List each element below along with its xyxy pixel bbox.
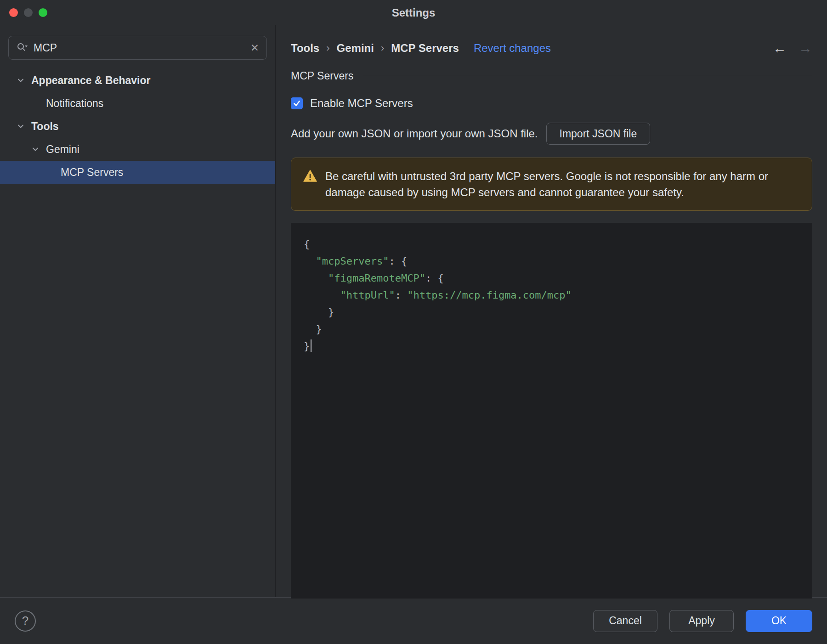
code-line: "httpUrl": "https://mcp.figma.com/mcp" [304, 287, 799, 304]
import-json-row: Add your own JSON or import your own JSO… [291, 123, 812, 145]
window-title: Settings [0, 6, 827, 19]
enable-mcp-servers-checkbox[interactable] [291, 97, 303, 109]
search-input[interactable] [34, 42, 245, 54]
ok-button[interactable]: OK [746, 610, 812, 632]
settings-sidebar: ✕ Appearance & Behavior Notifications To… [0, 25, 276, 597]
section-divider [363, 76, 812, 76]
warning-banner: Be careful with untrusted 3rd party MCP … [291, 158, 812, 211]
code-line: { [304, 236, 799, 253]
forward-icon: → [799, 40, 812, 56]
breadcrumb-item-gemini[interactable]: Gemini [337, 42, 374, 55]
breadcrumb: Tools › Gemini › MCP Servers Revert chan… [291, 40, 812, 56]
import-json-text: Add your own JSON or import your own JSO… [291, 127, 538, 140]
help-button[interactable]: ? [15, 610, 36, 632]
sidebar-item-label: Appearance & Behavior [31, 74, 150, 87]
settings-content: ✕ Appearance & Behavior Notifications To… [0, 25, 827, 597]
section-header: MCP Servers [291, 70, 812, 82]
import-json-file-button[interactable]: Import JSON file [546, 123, 651, 145]
cancel-button[interactable]: Cancel [593, 610, 657, 632]
chevron-down-icon[interactable] [16, 75, 26, 85]
code-line: } [304, 321, 799, 338]
enable-mcp-servers-label: Enable MCP Servers [310, 97, 413, 110]
settings-main-panel: Tools › Gemini › MCP Servers Revert chan… [276, 25, 827, 597]
question-mark-icon: ? [22, 614, 28, 628]
sidebar-item-appearance-behavior[interactable]: Appearance & Behavior [0, 69, 275, 92]
warning-icon [303, 169, 317, 182]
search-icon [16, 42, 28, 54]
checkmark-icon [293, 99, 301, 107]
breadcrumb-item-mcp-servers: MCP Servers [391, 42, 459, 55]
sidebar-item-gemini[interactable]: Gemini [0, 138, 275, 161]
code-line: "mcpServers": { [304, 253, 799, 270]
breadcrumb-separator: › [381, 42, 384, 54]
sidebar-item-label: Gemini [46, 143, 79, 156]
section-title: MCP Servers [291, 70, 353, 82]
enable-mcp-servers-row: Enable MCP Servers [291, 97, 812, 110]
settings-tree: Appearance & Behavior Notifications Tool… [0, 69, 275, 184]
sidebar-item-tools[interactable]: Tools [0, 115, 275, 138]
revert-changes-link[interactable]: Revert changes [474, 42, 551, 55]
clear-search-icon[interactable]: ✕ [250, 42, 259, 54]
text-cursor [311, 339, 312, 352]
back-icon[interactable]: ← [773, 40, 787, 56]
footer-buttons: Cancel Apply OK [593, 610, 812, 632]
chevron-down-icon[interactable] [16, 121, 26, 131]
sidebar-item-label: MCP Servers [61, 166, 123, 179]
settings-search-box[interactable]: ✕ [8, 36, 267, 60]
code-line: } [304, 338, 799, 355]
dialog-footer: ? Cancel Apply OK [0, 597, 827, 644]
apply-button[interactable]: Apply [669, 610, 734, 632]
history-navigation: ← → [773, 40, 812, 56]
code-line: } [304, 304, 799, 321]
mcp-json-editor[interactable]: { "mcpServers": { "figmaRemoteMCP": { "h… [291, 223, 812, 599]
code-line: "figmaRemoteMCP": { [304, 270, 799, 287]
sidebar-item-mcp-servers[interactable]: MCP Servers [0, 161, 275, 184]
chevron-down-icon[interactable] [30, 144, 40, 154]
breadcrumb-item-tools[interactable]: Tools [291, 42, 319, 55]
sidebar-item-notifications[interactable]: Notifications [0, 92, 275, 115]
titlebar: Settings [0, 0, 827, 25]
sidebar-item-label: Tools [31, 120, 59, 133]
sidebar-item-label: Notifications [46, 97, 103, 110]
breadcrumb-separator: › [326, 42, 329, 54]
warning-text: Be careful with untrusted 3rd party MCP … [325, 168, 800, 200]
